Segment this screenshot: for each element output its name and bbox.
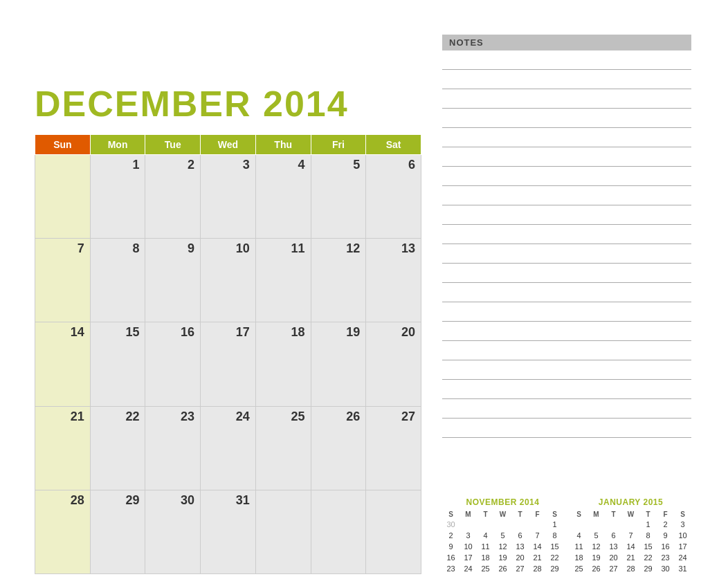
mini-cal-cell[interactable]: 25 — [570, 563, 588, 574]
mini-cal-cell[interactable]: 23 — [657, 552, 674, 563]
mini-cal-cell[interactable]: 8 — [546, 530, 563, 541]
calendar-cell[interactable] — [255, 490, 311, 573]
mini-cal-cell[interactable]: 26 — [494, 563, 511, 574]
mini-cal-cell[interactable]: 16 — [657, 541, 674, 552]
note-line[interactable] — [442, 341, 691, 360]
mini-cal-cell[interactable] — [622, 519, 639, 530]
mini-cal-cell[interactable]: 3 — [674, 519, 691, 530]
mini-cal-cell[interactable] — [459, 519, 477, 530]
calendar-cell[interactable]: 9 — [145, 239, 201, 322]
mini-cal-cell[interactable]: 24 — [674, 552, 691, 563]
mini-cal-cell[interactable]: 27 — [511, 563, 529, 574]
calendar-cell[interactable]: 25 — [255, 406, 311, 490]
calendar-cell[interactable]: 15 — [90, 322, 145, 406]
note-line[interactable] — [442, 264, 691, 283]
mini-cal-cell[interactable]: 9 — [442, 541, 459, 552]
mini-cal-cell[interactable] — [529, 519, 546, 530]
mini-cal-cell[interactable]: 2 — [657, 519, 674, 530]
mini-cal-cell[interactable]: 20 — [511, 552, 529, 563]
mini-cal-cell[interactable]: 9 — [657, 530, 674, 541]
note-line[interactable] — [442, 50, 691, 70]
mini-cal-cell[interactable]: 13 — [605, 541, 622, 552]
mini-cal-cell[interactable]: 12 — [494, 541, 511, 552]
calendar-cell[interactable]: 26 — [311, 406, 366, 490]
calendar-cell[interactable]: 23 — [145, 406, 201, 490]
calendar-cell[interactable]: 4 — [255, 155, 311, 239]
note-line[interactable] — [442, 89, 691, 109]
calendar-cell[interactable]: 2 — [145, 155, 201, 239]
mini-cal-cell[interactable]: 24 — [459, 563, 477, 574]
mini-cal-cell[interactable]: 30 — [657, 563, 674, 574]
mini-cal-cell[interactable]: 23 — [442, 563, 459, 574]
mini-cal-cell[interactable]: 15 — [639, 541, 657, 552]
mini-cal-cell[interactable]: 10 — [459, 541, 477, 552]
note-line[interactable] — [442, 244, 691, 264]
note-line[interactable] — [442, 186, 691, 205]
mini-cal-cell[interactable]: 30 — [442, 519, 459, 530]
mini-cal-cell[interactable]: 21 — [529, 552, 546, 563]
mini-cal-cell[interactable]: 4 — [570, 530, 588, 541]
mini-cal-cell[interactable]: 1 — [546, 519, 563, 530]
mini-cal-cell[interactable]: 17 — [459, 552, 477, 563]
calendar-cell[interactable]: 19 — [311, 322, 366, 406]
mini-cal-cell[interactable]: 7 — [622, 530, 639, 541]
mini-cal-cell[interactable]: 4 — [477, 530, 494, 541]
mini-cal-cell[interactable]: 6 — [605, 530, 622, 541]
mini-cal-cell[interactable]: 29 — [639, 563, 657, 574]
mini-cal-cell[interactable]: 20 — [605, 552, 622, 563]
mini-cal-cell[interactable]: 28 — [622, 563, 639, 574]
calendar-cell[interactable]: 10 — [201, 239, 256, 322]
mini-cal-cell[interactable] — [605, 519, 622, 530]
mini-cal-cell[interactable] — [570, 519, 588, 530]
note-line[interactable] — [442, 399, 691, 419]
calendar-cell[interactable]: 6 — [366, 155, 421, 239]
calendar-cell[interactable]: 17 — [201, 322, 256, 406]
mini-cal-cell[interactable]: 7 — [529, 530, 546, 541]
mini-cal-cell[interactable]: 10 — [674, 530, 691, 541]
note-line[interactable] — [442, 380, 691, 399]
note-line[interactable] — [442, 302, 691, 322]
note-line[interactable] — [442, 109, 691, 128]
mini-cal-cell[interactable]: 11 — [570, 541, 588, 552]
calendar-cell[interactable] — [366, 490, 421, 573]
note-line[interactable] — [442, 147, 691, 167]
calendar-cell[interactable]: 22 — [90, 406, 145, 490]
mini-cal-cell[interactable]: 21 — [622, 552, 639, 563]
mini-cal-cell[interactable] — [494, 519, 511, 530]
calendar-cell[interactable]: 20 — [366, 322, 421, 406]
mini-cal-cell[interactable]: 25 — [477, 563, 494, 574]
mini-cal-cell[interactable]: 1 — [639, 519, 657, 530]
calendar-cell[interactable]: 7 — [35, 239, 91, 322]
note-line[interactable] — [442, 128, 691, 147]
calendar-cell[interactable]: 11 — [255, 239, 311, 322]
mini-cal-cell[interactable]: 27 — [605, 563, 622, 574]
mini-cal-cell[interactable]: 2 — [442, 530, 459, 541]
calendar-cell[interactable]: 14 — [35, 322, 91, 406]
note-line[interactable] — [442, 225, 691, 244]
calendar-cell[interactable]: 5 — [311, 155, 366, 239]
calendar-cell[interactable]: 31 — [201, 490, 256, 573]
calendar-cell[interactable]: 1 — [90, 155, 145, 239]
calendar-cell[interactable] — [311, 490, 366, 573]
mini-cal-cell[interactable]: 22 — [639, 552, 657, 563]
calendar-cell[interactable] — [35, 155, 91, 239]
note-line[interactable] — [442, 419, 691, 438]
mini-cal-cell[interactable]: 11 — [477, 541, 494, 552]
mini-cal-cell[interactable]: 18 — [477, 552, 494, 563]
note-line[interactable] — [442, 167, 691, 186]
mini-cal-cell[interactable]: 16 — [442, 552, 459, 563]
mini-cal-cell[interactable] — [511, 519, 529, 530]
mini-cal-cell[interactable] — [588, 519, 605, 530]
mini-cal-cell[interactable]: 31 — [674, 563, 691, 574]
calendar-cell[interactable]: 16 — [145, 322, 201, 406]
mini-cal-cell[interactable]: 22 — [546, 552, 563, 563]
mini-cal-cell[interactable]: 5 — [588, 530, 605, 541]
calendar-cell[interactable]: 18 — [255, 322, 311, 406]
mini-cal-cell[interactable]: 3 — [459, 530, 477, 541]
mini-cal-cell[interactable]: 12 — [588, 541, 605, 552]
mini-cal-cell[interactable]: 26 — [588, 563, 605, 574]
calendar-cell[interactable]: 3 — [201, 155, 256, 239]
calendar-cell[interactable]: 24 — [201, 406, 256, 490]
mini-cal-cell[interactable]: 19 — [588, 552, 605, 563]
mini-cal-cell[interactable]: 13 — [511, 541, 529, 552]
